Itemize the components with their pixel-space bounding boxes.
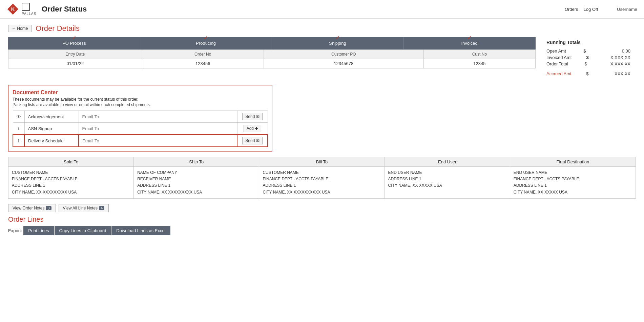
ship-to-line-1: NAME OF COMPANY xyxy=(137,169,255,176)
doc-center-desc2: Packing lists are available to view or e… xyxy=(13,102,268,107)
delivery-send-button[interactable]: Send ✉ xyxy=(242,137,262,144)
ack-icon-cell: 👁 xyxy=(13,111,24,123)
end-user-col: End User END USER NAME ADDRESS LINE 1 CI… xyxy=(385,157,510,198)
order-info-row: 01/01/22 123456 12345678 12345 xyxy=(8,59,536,68)
progress-step-shipping: ✓ Shipping xyxy=(272,37,404,49)
open-amt-row: Open Amt $ 0.00 xyxy=(546,48,630,54)
final-dest-line-2: FINANCE DEPT - ACCTS PAYABLE xyxy=(514,176,632,182)
ship-to-body: NAME OF COMPANY RECEIVER NAME ADDRESS LI… xyxy=(134,167,259,198)
delivery-icon-cell: ℹ xyxy=(13,135,24,147)
accrued-amt-value: XXX.XX xyxy=(603,71,630,76)
address-section: Sold To CUSTOMER NAME FINANCE DEPT - ACC… xyxy=(8,157,636,199)
export-label: Export: xyxy=(8,228,22,233)
info-icon-2: ℹ xyxy=(18,138,20,143)
asn-name: ASN Signup xyxy=(24,123,79,135)
asn-action-cell: Add ✚ xyxy=(237,123,268,135)
delivery-email-cell[interactable] xyxy=(79,135,237,147)
ack-email-cell[interactable] xyxy=(79,111,237,123)
logo-icon: K xyxy=(7,3,19,15)
ship-to-col: Ship To NAME OF COMPANY RECEIVER NAME AD… xyxy=(134,157,259,198)
progress-step-invoiced: ✓ Invoiced xyxy=(403,37,535,49)
download-lines-button[interactable]: Download Lines as Excel xyxy=(111,226,170,235)
logo-square-icon xyxy=(22,3,30,11)
document-center: Document Center These documents may be a… xyxy=(8,85,272,152)
bill-to-body: CUSTOMER NAME FINANCE DEPT - ACCTS PAYAB… xyxy=(259,167,384,198)
eye-icon: 👁 xyxy=(17,114,21,119)
export-area: Export: Print Lines Copy Lines to Clipbo… xyxy=(8,226,636,235)
end-user-line-1: END USER NAME xyxy=(388,169,506,176)
invoiced-amt-value: X,XXX.XX xyxy=(603,55,630,60)
order-total-value: X,XXX.XX xyxy=(603,61,630,66)
copy-lines-button[interactable]: Copy Lines to Clipboard xyxy=(55,226,111,235)
order-notes-badge: 0 xyxy=(46,206,51,210)
header: K PALLAS Order Status Orders Log Off Use… xyxy=(0,0,644,19)
invoiced-amt-label: Invoiced Amt xyxy=(546,55,572,60)
bill-to-col: Bill To CUSTOMER NAME FINANCE DEPT - ACC… xyxy=(259,157,385,198)
view-all-line-notes-label: View All Line Notes xyxy=(63,206,98,210)
progress-table-area: ✓ PO Process ✓ Producing ✓ Shipping ✓ In… xyxy=(8,37,536,80)
asn-icon-cell: ℹ xyxy=(13,123,24,135)
asn-email-cell[interactable] xyxy=(79,123,237,135)
main-content: ← Home Order Details ✓ PO Process ✓ Prod… xyxy=(0,19,644,241)
final-dest-line-4: CITY NAME, XX XXXXX USA xyxy=(514,189,632,196)
order-no-value: 123456 xyxy=(142,59,264,68)
final-dest-line-1: END USER NAME xyxy=(514,169,632,176)
step-check-icon-2: ✓ xyxy=(204,35,208,41)
doc-row-acknowledgement: 👁 Acknowledgement Send ✉ xyxy=(13,111,268,123)
end-user-body: END USER NAME ADDRESS LINE 1 CITY NAME, … xyxy=(385,167,510,192)
accrued-amt-label[interactable]: Accrued Amt xyxy=(546,71,572,76)
col-order-no: Order No xyxy=(142,50,264,59)
order-info-table: Entry Date Order No Customer PO Cust No … xyxy=(8,49,536,68)
progress-step-producing: ✓ Producing xyxy=(140,37,272,49)
view-all-line-notes-button[interactable]: View All Line Notes 4 xyxy=(59,204,109,212)
doc-center-title: Document Center xyxy=(13,89,268,96)
final-dest-line-3: ADDRESS LINE 1 xyxy=(514,182,632,189)
doc-row-asn: ℹ ASN Signup Add ✚ xyxy=(13,123,268,135)
sold-to-body: CUSTOMER NAME FINANCE DEPT - ACCTS PAYAB… xyxy=(8,167,133,198)
bill-to-line-1: CUSTOMER NAME xyxy=(263,169,381,176)
bill-to-line-4: CITY NAME, XX XXXXXXXXXX USA xyxy=(263,189,381,196)
page-title: Order Details xyxy=(36,24,80,33)
sold-to-col: Sold To CUSTOMER NAME FINANCE DEPT - ACC… xyxy=(8,157,134,198)
final-dest-header: Final Destination xyxy=(510,157,636,167)
ack-send-button[interactable]: Send ✉ xyxy=(242,113,262,120)
sold-to-line-3: ADDRESS LINE 1 xyxy=(12,182,130,189)
asn-add-button[interactable]: Add ✚ xyxy=(244,125,262,132)
cust-no-value: 12345 xyxy=(423,59,535,68)
delivery-email-input[interactable] xyxy=(82,138,233,143)
final-dest-col: Final Destination END USER NAME FINANCE … xyxy=(510,157,636,198)
info-icon-1: ℹ xyxy=(18,126,20,131)
bill-to-line-2: FINANCE DEPT - ACCTS PAYABLE xyxy=(263,176,381,182)
logo-text: PALLAS xyxy=(22,12,36,16)
running-totals-title: Running Totals xyxy=(546,40,630,45)
order-total-row: Order Total $ X,XXX.XX xyxy=(546,61,630,67)
svg-text:K: K xyxy=(11,6,15,12)
order-total-label: Order Total xyxy=(546,61,568,66)
logoff-link[interactable]: Log Off xyxy=(584,7,598,12)
asn-email-input[interactable] xyxy=(82,126,234,131)
sold-to-line-2: FINANCE DEPT - ACCTS PAYABLE xyxy=(12,176,130,182)
ship-to-line-4: CITY NAME, XX XXXXXXXXX USA xyxy=(137,189,255,196)
bill-to-line-3: ADDRESS LINE 1 xyxy=(263,182,381,189)
orders-link[interactable]: Orders xyxy=(565,7,578,12)
doc-center-desc1: These documents may be available for the… xyxy=(13,97,268,102)
logo-area: K PALLAS Order Status xyxy=(7,3,87,16)
home-button[interactable]: ← Home xyxy=(8,25,32,32)
progress-section: ✓ PO Process ✓ Producing ✓ Shipping ✓ In… xyxy=(8,37,636,80)
delivery-action-cell: Send ✉ xyxy=(237,135,268,147)
sold-to-header: Sold To xyxy=(8,157,133,167)
header-nav: Orders Log Off Username xyxy=(565,7,637,12)
order-lines-title: Order Lines xyxy=(8,216,636,223)
ack-email-input[interactable] xyxy=(82,114,234,119)
doc-row-delivery: ℹ Delivery Schedule Send ✉ xyxy=(13,135,268,147)
ship-to-line-3: ADDRESS LINE 1 xyxy=(137,182,255,189)
ack-name: Acknowledgement xyxy=(24,111,79,123)
view-order-notes-button[interactable]: View Order Notes 0 xyxy=(8,204,56,212)
final-dest-body: END USER NAME FINANCE DEPT - ACCTS PAYAB… xyxy=(510,167,636,198)
step-check-icon-3: ✓ xyxy=(335,35,340,41)
end-user-line-4: CITY NAME, XX XXXXX USA xyxy=(388,182,506,189)
print-lines-button[interactable]: Print Lines xyxy=(23,226,54,235)
doc-table: 👁 Acknowledgement Send ✉ ℹ ASN Signup xyxy=(13,110,268,147)
username-display: Username xyxy=(617,7,637,12)
view-order-notes-label: View Order Notes xyxy=(13,206,44,210)
